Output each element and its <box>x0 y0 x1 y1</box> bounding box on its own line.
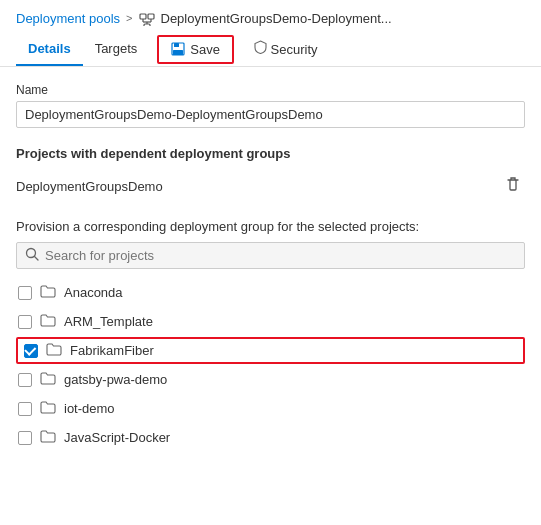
folder-icon <box>40 400 56 417</box>
search-icon <box>25 247 39 264</box>
list-item: ARM_Template <box>16 308 525 335</box>
svg-rect-6 <box>144 24 150 26</box>
svg-rect-0 <box>140 14 146 19</box>
save-icon <box>171 42 185 56</box>
project-name: gatsby-pwa-demo <box>64 372 167 387</box>
tab-targets[interactable]: Targets <box>83 33 150 66</box>
svg-rect-8 <box>174 43 179 47</box>
list-item: FabrikamFiber <box>16 337 525 364</box>
tabs-bar: Details Targets Save Security <box>0 32 541 67</box>
security-icon <box>254 40 267 54</box>
dependent-project-name: DeploymentGroupsDemo <box>16 179 163 194</box>
projects-section-title: Projects with dependent deployment group… <box>16 146 525 161</box>
project-name: FabrikamFiber <box>70 343 154 358</box>
project-list: Anaconda ARM_Template FabrikamFiber gats… <box>16 279 525 451</box>
project-checkbox[interactable] <box>18 315 32 329</box>
project-name: JavaScript-Docker <box>64 430 170 445</box>
dependent-project-row: DeploymentGroupsDemo <box>16 169 525 203</box>
project-name: iot-demo <box>64 401 115 416</box>
folder-icon <box>40 429 56 446</box>
list-item: iot-demo <box>16 395 525 422</box>
list-item: gatsby-pwa-demo <box>16 366 525 393</box>
project-checkbox[interactable] <box>18 431 32 445</box>
folder-icon <box>46 342 62 359</box>
tab-security[interactable]: Security <box>242 32 330 67</box>
delete-project-button[interactable] <box>501 173 525 199</box>
breadcrumb-current: DeploymentGroupsDemo-Deployment... <box>161 11 392 26</box>
deployment-groups-icon <box>139 10 155 26</box>
search-input[interactable] <box>45 248 516 263</box>
list-item: Anaconda <box>16 279 525 306</box>
svg-line-11 <box>35 257 39 261</box>
svg-rect-9 <box>173 50 183 55</box>
list-item: JavaScript-Docker <box>16 424 525 451</box>
provision-label: Provision a corresponding deployment gro… <box>16 219 525 234</box>
project-name: ARM_Template <box>64 314 153 329</box>
tab-details[interactable]: Details <box>16 33 83 66</box>
folder-icon <box>40 371 56 388</box>
project-name: Anaconda <box>64 285 123 300</box>
name-input[interactable] <box>16 101 525 128</box>
breadcrumb-link[interactable]: Deployment pools <box>16 11 120 26</box>
breadcrumb-separator: > <box>126 12 132 24</box>
folder-icon <box>40 313 56 330</box>
folder-icon <box>40 284 56 301</box>
search-box <box>16 242 525 269</box>
save-button[interactable]: Save <box>157 35 234 64</box>
breadcrumb: Deployment pools > DeploymentGroupsDemo-… <box>0 0 541 32</box>
name-label: Name <box>16 83 525 97</box>
name-field-group: Name <box>16 83 525 128</box>
project-checkbox[interactable] <box>18 286 32 300</box>
main-content: Name Projects with dependent deployment … <box>0 67 541 451</box>
project-checkbox[interactable] <box>18 402 32 416</box>
project-checkbox[interactable] <box>24 344 38 358</box>
project-checkbox[interactable] <box>18 373 32 387</box>
svg-rect-1 <box>148 14 154 19</box>
